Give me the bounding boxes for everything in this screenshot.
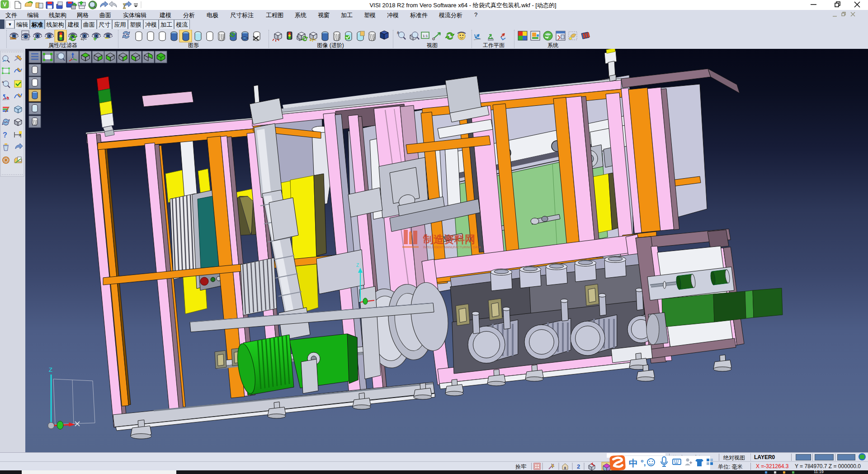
svg-text:+: + — [93, 35, 97, 43]
svg-text:V: V — [3, 1, 6, 8]
svg-text:°,: °, — [641, 459, 646, 467]
svg-text:2: 2 — [577, 463, 580, 470]
svg-text:±: ± — [397, 30, 399, 35]
svg-text:1:1: 1:1 — [423, 34, 428, 38]
svg-text:Z: Z — [49, 366, 52, 373]
svg-text:制造资料网: 制造资料网 — [423, 233, 475, 245]
svg-text:INTELLIGENT MANUFACTURING DATA: INTELLIGENT MANUFACTURING DATA — [423, 246, 481, 249]
svg-text:+: + — [2, 80, 4, 84]
svg-text:Z: Z — [356, 263, 359, 268]
svg-text:+: + — [33, 36, 36, 42]
svg-text:+/−: +/− — [309, 37, 316, 43]
svg-text:中: 中 — [629, 458, 638, 468]
svg-text:−: − — [45, 35, 49, 42]
svg-text:+/−: +/− — [80, 37, 87, 42]
svg-text:−: − — [105, 34, 109, 42]
svg-text:?: ? — [3, 131, 7, 139]
